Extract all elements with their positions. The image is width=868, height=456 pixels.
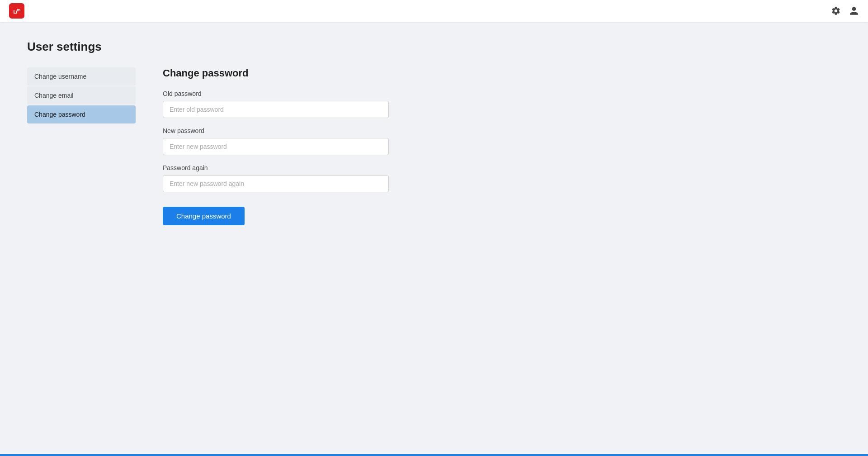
change-password-button[interactable]: Change password	[163, 207, 245, 225]
user-icon[interactable]	[849, 6, 859, 16]
bottom-bar	[0, 454, 868, 456]
new-password-group: New password	[163, 127, 389, 155]
app-logo[interactable]: Lim	[9, 3, 24, 19]
password-again-group: Password again	[163, 164, 389, 192]
sidebar-item-change-password[interactable]: Change password	[27, 105, 136, 124]
password-again-label: Password again	[163, 164, 389, 171]
settings-sidebar: Change username Change email Change pass…	[27, 67, 136, 124]
logo-text: Lim	[14, 8, 20, 14]
settings-layout: Change username Change email Change pass…	[27, 67, 841, 225]
new-password-label: New password	[163, 127, 389, 134]
sidebar-item-label: Change email	[34, 92, 73, 99]
navbar: Lim	[0, 0, 868, 22]
navbar-icons	[831, 6, 859, 16]
old-password-input[interactable]	[163, 101, 389, 118]
sidebar-item-change-username[interactable]: Change username	[27, 67, 136, 86]
change-password-form: Change password Old password New passwor…	[163, 67, 389, 225]
password-again-input[interactable]	[163, 175, 389, 192]
new-password-input[interactable]	[163, 138, 389, 155]
old-password-label: Old password	[163, 90, 389, 97]
page-title: User settings	[27, 40, 841, 54]
sidebar-item-label: Change username	[34, 73, 86, 80]
old-password-group: Old password	[163, 90, 389, 118]
sidebar-item-change-email[interactable]: Change email	[27, 86, 136, 104]
gear-icon[interactable]	[831, 6, 841, 16]
sidebar-item-label: Change password	[34, 111, 85, 118]
logo-superscript: m	[17, 8, 20, 12]
form-section-title: Change password	[163, 67, 389, 79]
main-content: User settings Change username Change ema…	[0, 22, 868, 456]
